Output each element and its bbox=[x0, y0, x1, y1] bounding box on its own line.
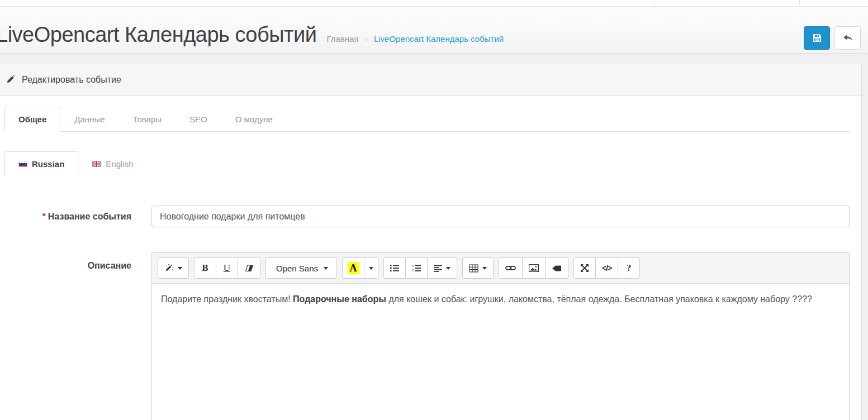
tab-data[interactable]: Данные bbox=[60, 107, 118, 132]
pencil-icon bbox=[6, 75, 15, 84]
tab-seo[interactable]: SEO bbox=[176, 107, 221, 132]
font-family-value: Open Sans bbox=[274, 264, 320, 273]
save-button[interactable] bbox=[804, 26, 830, 50]
language-tabs: Russian English bbox=[4, 151, 850, 176]
event-name-group: *Название события bbox=[4, 206, 850, 227]
reply-arrow-icon bbox=[842, 33, 853, 43]
highlighted-letter: A bbox=[348, 262, 359, 274]
edit-event-panel: Редактировать событие Общее Данные Товар… bbox=[0, 64, 862, 420]
table-button[interactable] bbox=[462, 257, 494, 279]
arrows-expand-icon bbox=[580, 264, 589, 273]
code-view-button[interactable]: </> bbox=[595, 257, 618, 279]
insert-link-button[interactable] bbox=[499, 257, 523, 279]
align-lines-icon bbox=[434, 265, 442, 272]
rich-text-editor: B U bbox=[151, 252, 850, 420]
event-name-label: *Название события bbox=[4, 212, 151, 222]
breadcrumb-separator: › bbox=[365, 34, 368, 44]
tab-general[interactable]: Общее bbox=[4, 107, 60, 132]
font-family-dropdown[interactable]: Open Sans bbox=[265, 257, 337, 279]
insert-picture-button[interactable] bbox=[522, 257, 546, 279]
insert-video-button[interactable] bbox=[545, 257, 568, 279]
tab-products[interactable]: Товары bbox=[118, 107, 176, 132]
lang-tab-label: English bbox=[106, 159, 133, 169]
style-magic-button[interactable] bbox=[158, 257, 189, 279]
description-label: Описание bbox=[4, 252, 151, 420]
chevron-down-icon bbox=[178, 267, 182, 270]
help-button[interactable]: ? bbox=[618, 257, 640, 279]
chevron-down-icon bbox=[324, 267, 328, 270]
tab-about-module[interactable]: О модуле bbox=[221, 107, 287, 132]
chevron-down-icon bbox=[446, 267, 450, 270]
navbar-bottom-strip bbox=[0, 0, 868, 7]
bold-button[interactable]: B bbox=[194, 257, 216, 279]
svg-text:2: 2 bbox=[412, 269, 414, 272]
description-text: Подарите праздник хвостатым! bbox=[161, 294, 293, 304]
paragraph-align-button[interactable] bbox=[427, 257, 457, 279]
breadcrumb: Главная › LiveOpencart Календарь событий bbox=[326, 34, 504, 44]
header-actions bbox=[804, 26, 861, 50]
video-camera-icon bbox=[552, 265, 562, 272]
description-group: Описание bbox=[4, 252, 850, 420]
bullet-list-icon bbox=[390, 264, 399, 272]
lang-tab-russian[interactable]: Russian bbox=[4, 151, 78, 176]
unordered-list-button[interactable] bbox=[383, 257, 406, 279]
editor-toolbar: B U bbox=[152, 253, 849, 284]
fullscreen-button[interactable] bbox=[573, 257, 596, 279]
lang-tab-label: Russian bbox=[32, 159, 64, 169]
navbar-separator bbox=[654, 0, 654, 7]
underline-button[interactable]: U bbox=[216, 257, 238, 279]
panel-heading-label: Редактировать событие bbox=[22, 75, 121, 85]
breadcrumb-current-link[interactable]: LiveOpencart Календарь событий bbox=[374, 34, 504, 44]
uk-flag-icon bbox=[92, 161, 101, 167]
required-asterisk: * bbox=[42, 212, 46, 221]
floppy-disk-icon bbox=[812, 33, 822, 43]
chevron-down-icon bbox=[482, 267, 487, 270]
page-gap bbox=[0, 54, 868, 64]
main-tabs: Общее Данные Товары SEO О модуле bbox=[4, 107, 850, 132]
page-header: LiveOpencart Календарь событий Главная ›… bbox=[0, 7, 868, 54]
table-grid-icon bbox=[469, 264, 478, 273]
description-editable-area[interactable]: Подарите праздник хвостатым! Подарочные … bbox=[152, 284, 849, 420]
event-form: *Название события Описание bbox=[4, 206, 850, 420]
back-button[interactable] bbox=[834, 26, 861, 50]
clear-formatting-button[interactable] bbox=[238, 257, 260, 279]
eraser-icon bbox=[244, 264, 254, 272]
page-title: LiveOpencart Календарь событий bbox=[0, 23, 316, 46]
svg-text:1: 1 bbox=[412, 264, 414, 268]
text-color-button[interactable]: A bbox=[342, 257, 364, 279]
description-text: для кошек и собак: игрушки, лакомства, т… bbox=[386, 294, 812, 304]
event-name-input[interactable] bbox=[151, 206, 850, 227]
breadcrumb-home-link[interactable]: Главная bbox=[326, 34, 358, 44]
numbered-list-icon: 1 2 bbox=[412, 264, 421, 272]
russia-flag-icon bbox=[18, 161, 27, 167]
ordered-list-button[interactable]: 1 2 bbox=[405, 257, 428, 279]
navbar-separator bbox=[799, 0, 800, 7]
panel-heading: Редактировать событие bbox=[0, 64, 861, 96]
description-bold-text: Подарочные наборы bbox=[293, 294, 386, 304]
magic-wand-icon bbox=[164, 264, 174, 273]
lang-tab-english[interactable]: English bbox=[78, 151, 147, 176]
text-color-dropdown[interactable] bbox=[364, 257, 378, 279]
chevron-down-icon bbox=[369, 267, 373, 270]
chain-link-icon bbox=[505, 265, 516, 271]
image-icon bbox=[529, 264, 539, 272]
